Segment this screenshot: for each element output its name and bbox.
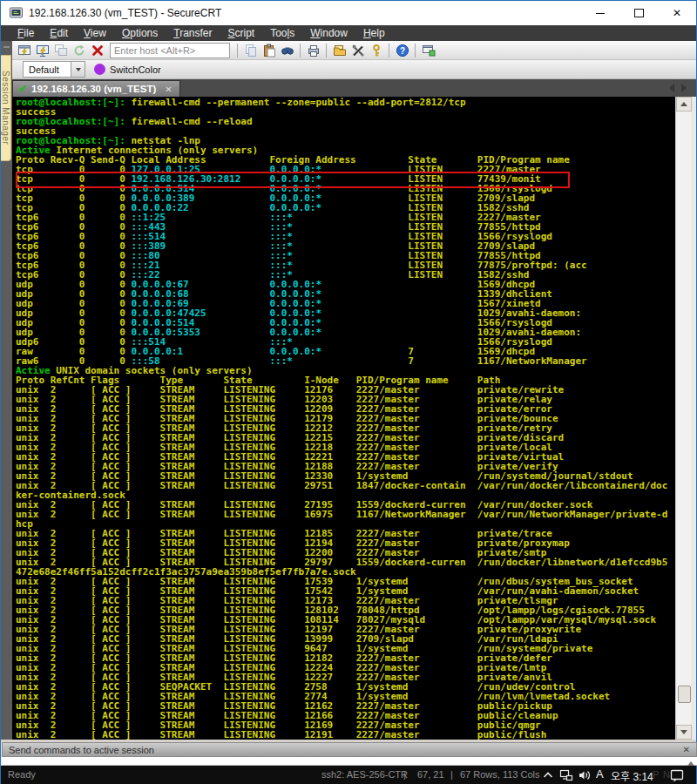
connected-check-icon: ✔ — [18, 83, 27, 95]
tab-close-icon[interactable]: ✕ — [165, 84, 172, 94]
app-icon — [9, 6, 24, 20]
menu-options[interactable]: Options — [114, 27, 166, 39]
menu-bar: FileEditViewOptionsTransferScriptToolsWi… — [1, 25, 696, 41]
toolbar-separator — [237, 44, 238, 57]
toolbar-separator — [326, 44, 327, 57]
menu-script[interactable]: Script — [220, 27, 263, 39]
color-scheme-value: Default — [24, 64, 71, 75]
highlight-annotation — [16, 172, 570, 188]
scrollbar-down-button[interactable] — [676, 725, 692, 740]
terminal-scrollbar[interactable] — [675, 97, 691, 740]
menu-file[interactable]: File — [10, 27, 42, 39]
maximize-icon — [634, 9, 644, 17]
connect-in-tab-icon[interactable] — [52, 42, 69, 58]
connect-icon[interactable] — [16, 42, 32, 58]
reconnect-icon[interactable] — [71, 42, 87, 58]
tray-ime-indicator[interactable]: A — [596, 767, 604, 781]
menu-edit[interactable]: Edit — [42, 27, 76, 39]
color-scheme-toolbar: Default SwitchColor — [12, 60, 696, 79]
paste-icon[interactable] — [261, 42, 277, 58]
status-ready: Ready — [8, 769, 36, 780]
maximize-button[interactable] — [619, 1, 658, 25]
session-options-icon[interactable] — [349, 42, 366, 58]
host-input[interactable] — [110, 43, 230, 58]
status-terminal-size: 67 Rows, 113 Cols — [460, 769, 540, 780]
securecrt-window: 192.168.126.30 (vm_TEST) - SecureCRT ✕ F… — [0, 0, 697, 784]
left-dock-strip: Session Manager — [1, 41, 12, 740]
tray-network-icon[interactable] — [559, 768, 573, 782]
switchcolor-icon[interactable] — [94, 64, 105, 75]
print-icon[interactable] — [305, 42, 321, 58]
menu-window[interactable]: Window — [302, 27, 355, 39]
arrow-up-icon — [680, 98, 687, 106]
scrollbar-up-button[interactable] — [676, 97, 692, 112]
status-ssh-cipher: ssh2: AES-256-CTR — [321, 769, 408, 780]
command-window-title: Send commands to active session — [3, 745, 154, 755]
session-tab-label: 192.168.126.30 (vm_TEST) — [31, 84, 156, 94]
quick-connect-icon[interactable] — [34, 42, 51, 58]
arrow-down-icon — [680, 730, 687, 738]
disconnect-icon[interactable] — [89, 42, 105, 58]
menu-tools[interactable]: Tools — [262, 27, 302, 39]
status-caps-indicator: P — [653, 769, 659, 780]
close-icon: ✕ — [673, 7, 681, 19]
toolbar-separator — [300, 44, 301, 57]
svg-text:?: ? — [399, 45, 404, 55]
status-separator: | — [403, 769, 406, 780]
switchcolor-label: SwitchColor — [110, 64, 161, 75]
tray-speaker-icon[interactable] — [578, 768, 592, 782]
terminal-line: root@localhost:[~]: firewall-cmd --reloa… — [16, 117, 667, 126]
status-cursor-position: 67, 21 — [417, 769, 444, 780]
command-input-scroll-icon — [687, 758, 694, 766]
close-button[interactable]: ✕ — [658, 1, 696, 25]
keymap-icon[interactable] — [368, 42, 384, 58]
toolbar-separator — [415, 44, 416, 57]
status-num-indicator: N — [663, 769, 670, 780]
window-title: 192.168.126.30 (vm_TEST) - SecureCRT — [29, 7, 221, 19]
tray-chevron-up-icon[interactable] — [541, 768, 555, 782]
scrollbar-thumb[interactable] — [678, 686, 691, 703]
session-manager-tab[interactable]: Session Manager — [1, 55, 11, 161]
session-tab[interactable]: ✔ 192.168.126.30 (vm_TEST) ✕ — [12, 80, 180, 97]
terminal-output: root@localhost:[~]: firewall-cmd --perma… — [16, 98, 667, 740]
tray-notification-icon[interactable] — [670, 768, 684, 782]
status-bar: Ready ssh2: AES-256-CTR | 67, 21 | 67 Ro… — [1, 766, 696, 784]
title-bar: 192.168.126.30 (vm_TEST) - SecureCRT ✕ — [1, 1, 696, 25]
color-scheme-combo[interactable]: Default — [23, 61, 85, 78]
find-icon[interactable] — [279, 42, 295, 58]
tab-bar: ✔ 192.168.126.30 (vm_TEST) ✕ — [12, 79, 696, 97]
command-window-close-icon[interactable]: ✕ — [683, 745, 696, 754]
copy-icon[interactable] — [242, 42, 259, 58]
properties-icon[interactable] — [331, 42, 348, 58]
tray-clock[interactable]: 오후 3:14 — [611, 768, 653, 783]
session-manager-label: Session Manager — [1, 71, 10, 145]
menu-help[interactable]: Help — [355, 27, 393, 39]
combo-dropdown-arrow[interactable] — [71, 62, 85, 77]
terminal-line: unix 2 [ ACC ] STREAM LISTENING 16975 11… — [16, 510, 667, 519]
terminal[interactable]: root@localhost:[~]: firewall-cmd --perma… — [12, 97, 675, 740]
terminal-line: unix 2 [ ACC ] STREAM LISTENING 12191 22… — [16, 730, 667, 740]
main-toolbar: ? — [12, 41, 696, 60]
command-input[interactable] — [2, 757, 697, 766]
status-separator: | — [450, 769, 453, 780]
menu-view[interactable]: View — [76, 27, 114, 39]
tab-scroll-right-icon[interactable] — [681, 84, 691, 92]
toolbar-separator — [389, 44, 389, 57]
command-window-titlebar: Send commands to active session ✕ — [2, 742, 697, 757]
terminal-line: root@localhost:[~]: firewall-cmd --perma… — [16, 98, 667, 107]
tab-scroll-left-icon[interactable] — [665, 84, 674, 92]
help-icon[interactable]: ? — [394, 42, 410, 58]
minimize-button[interactable] — [581, 1, 619, 25]
clone-session-icon[interactable] — [420, 42, 436, 58]
minimize-icon — [596, 13, 605, 14]
menu-transfer[interactable]: Transfer — [166, 27, 220, 39]
